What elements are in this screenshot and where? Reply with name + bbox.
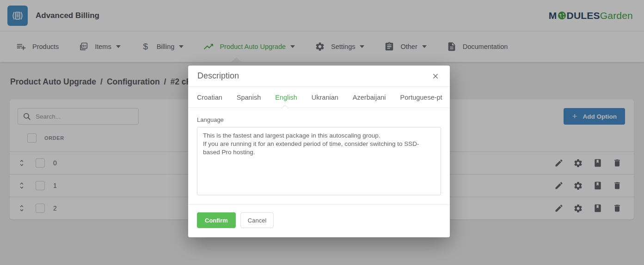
language-field-label: Language [197, 116, 441, 123]
tab-spanish[interactable]: Spanish [237, 94, 261, 101]
modal-title: Description [197, 71, 239, 81]
tab-english[interactable]: English [275, 94, 297, 101]
tab-portuguese-pt[interactable]: Portuguese-pt [400, 94, 442, 101]
modal-header: Description [188, 66, 450, 87]
close-icon[interactable] [430, 71, 441, 81]
tab-azerbaijani[interactable]: Azerbaijani [353, 94, 386, 101]
cancel-button[interactable]: Cancel [240, 212, 274, 228]
modal-body: Language This is the fastest and largest… [188, 108, 450, 204]
modal-footer: Confirm Cancel [188, 204, 450, 237]
confirm-button[interactable]: Confirm [197, 212, 236, 228]
description-modal: Description Croatian Spanish English Ukr… [188, 66, 450, 237]
tab-ukranian[interactable]: Ukranian [312, 94, 338, 101]
tab-croatian[interactable]: Croatian [197, 94, 222, 101]
language-tabs: Croatian Spanish English Ukranian Azerba… [188, 87, 450, 108]
description-textarea[interactable]: This is the fastest and largest package … [197, 127, 441, 195]
